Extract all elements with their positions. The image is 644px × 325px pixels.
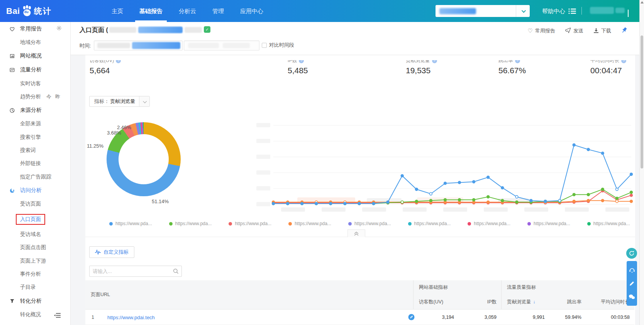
sidebar-item-5[interactable]: 趋势分析今昨 (0, 90, 70, 103)
legend-label: https://www.pda... (175, 221, 212, 226)
time-label: 时间: (80, 42, 91, 49)
legend-dot (468, 222, 471, 226)
sidebar-collapse-icon[interactable] (54, 313, 62, 320)
report-list-icon[interactable] (568, 8, 577, 16)
date-range-input[interactable] (94, 40, 183, 51)
sidebar-item-3[interactable]: 流量分析 (0, 63, 70, 77)
legend-item-1[interactable]: https://www.pda... (169, 221, 212, 226)
search-input[interactable] (90, 268, 170, 274)
sidebar-item-10[interactable]: 外部链接 (0, 157, 70, 170)
sidebar-item-label: 搜索词 (20, 147, 36, 154)
custom-metric-button[interactable]: 自定义指标 (89, 246, 134, 258)
nav-item-4[interactable]: 应用中心 (232, 0, 271, 22)
sidebar-item-label: 趋势分析 (20, 93, 41, 100)
cell-value: 00:03:58 (586, 315, 630, 320)
site-selector-chevron[interactable] (516, 5, 530, 17)
column-header-0[interactable]: 访客数(UV) (413, 295, 459, 310)
date-range-input-2[interactable] (184, 40, 259, 51)
donut-label: 11.25% (87, 143, 103, 149)
column-header-3[interactable]: 跳出率 (549, 295, 586, 310)
sidebar-item-12[interactable]: 访问分析 (0, 184, 70, 197)
paw-icon: du (21, 5, 33, 17)
sidebar-item-7[interactable]: 全部来源 (0, 117, 70, 130)
chart-legend: https://www.pda...https://www.pda...http… (85, 221, 635, 226)
column-header-1[interactable]: IP数 (459, 295, 501, 310)
sidebar-item-11[interactable]: 指定广告跟踪 (0, 170, 70, 184)
sidebar-item-8[interactable]: 搜索引擎 (0, 131, 70, 144)
refresh-float-button[interactable] (626, 248, 637, 259)
sidebar-item-0[interactable]: 常用报告 (0, 22, 70, 36)
metric-selector[interactable]: 指标： 贡献浏览量 (89, 96, 150, 107)
legend-label: https://www.pda... (414, 221, 451, 226)
favorite-report-button[interactable]: ♡ 常用报告 (528, 27, 555, 34)
help-center-link[interactable]: 帮助中心 (542, 0, 565, 22)
sidebar-item-15[interactable]: 受访域名 (0, 228, 70, 241)
nav-item-2[interactable]: 分析云 (171, 0, 204, 22)
legend-item-5[interactable]: https://www.pda... (408, 221, 451, 226)
baidu-tongji-logo[interactable]: Bai du 统计 (6, 0, 52, 22)
collapse-chart-button[interactable] (347, 229, 365, 237)
download-report-button[interactable]: 下载 (593, 27, 611, 34)
sidebar-item-4[interactable]: 实时访客 (0, 77, 70, 90)
sidebar-item-19[interactable]: 子目录 (0, 281, 70, 294)
compare-period-label: 对比时间段 (269, 42, 294, 49)
site-overview-icon (9, 53, 15, 59)
legend-item-6[interactable]: https://www.pda... (468, 221, 510, 226)
heart-icon (9, 26, 15, 32)
pin-report-button[interactable] (621, 27, 628, 35)
scrollbar-up-arrow[interactable] (641, 1, 644, 3)
sidebar-item-16[interactable]: 页面点击图 (0, 241, 70, 254)
line-chart[interactable] (251, 115, 635, 214)
send-report-button[interactable]: 发送 (565, 27, 583, 34)
sidebar-item-label: 地域分布 (20, 39, 41, 46)
legend-item-7[interactable]: https://www.pda... (527, 221, 570, 226)
user-menu-chevron[interactable] (628, 10, 629, 17)
nav-item-3[interactable]: 管理 (204, 0, 232, 22)
sidebar-item-14[interactable]: 入口页面 (0, 210, 70, 227)
legend-dot (169, 222, 173, 226)
waveform-icon (95, 249, 101, 255)
scrollbar-thumb[interactable] (641, 35, 643, 168)
sidebar-item-label-highlighted: 入口页面 (16, 214, 45, 225)
site-selector-redacted-value (439, 8, 476, 14)
legend-item-3[interactable]: https://www.pda... (288, 221, 331, 226)
report-header: 入口页面 ( ✓ ♡ 常用报告 发送 下载 时间: 对比时间段 (71, 22, 639, 55)
sidebar-item-label: 转化分析 (20, 298, 42, 305)
column-header-2[interactable]: 贡献浏览量↓ (501, 295, 549, 310)
metric-selector-chevron[interactable] (139, 96, 149, 106)
sidebar-item-9[interactable]: 搜索词 (0, 144, 70, 157)
report-actions: ♡ 常用报告 发送 下载 (528, 27, 628, 35)
page-scrollbar[interactable] (639, 0, 644, 325)
sidebar-item-6[interactable]: 来源分析 (0, 103, 70, 117)
stat-value: 56.67% (498, 66, 526, 75)
site-name-redacted (109, 27, 136, 33)
legend-item-8[interactable]: https://www.pda... (587, 221, 630, 226)
quick-links-today-yesterday[interactable]: 今昨 (46, 93, 64, 100)
wechat-icon[interactable] (629, 294, 635, 300)
site-selector[interactable] (436, 5, 530, 17)
sidebar-item-label: 受访页面 (20, 200, 41, 207)
legend-item-0[interactable]: https://www.pda... (109, 221, 152, 226)
customer-service-icon[interactable] (629, 267, 635, 273)
sidebar-item-18[interactable]: 事件分析 (0, 268, 70, 281)
feedback-pencil-icon[interactable] (629, 281, 635, 286)
sidebar-item-label: 页面上下游 (20, 258, 46, 264)
nav-item-1[interactable]: 基础报告 (131, 0, 171, 22)
sort-desc-icon[interactable]: ↓ (533, 299, 536, 305)
page-url-link[interactable]: https://www.pdai.tech (107, 315, 155, 320)
sidebar-item-1[interactable]: 地域分布 (0, 36, 70, 49)
nav-item-0[interactable]: 主页 (103, 0, 131, 22)
search-icon[interactable] (170, 268, 181, 274)
metric-selector-value: 贡献浏览量 (110, 98, 139, 105)
chevron-down-icon (628, 10, 629, 17)
legend-item-2[interactable]: https://www.pda... (229, 221, 271, 226)
sidebar-item-2[interactable]: 网站概况 (0, 49, 70, 63)
sidebar-item-20[interactable]: 转化分析 (0, 294, 70, 308)
sidebar-item-17[interactable]: 页面上下游 (0, 254, 70, 268)
legend-dot (408, 222, 412, 226)
site-name-redacted (185, 27, 202, 33)
legend-item-4[interactable]: https://www.pda... (348, 221, 391, 226)
compare-period-checkbox[interactable] (262, 43, 267, 48)
sidebar-item-13[interactable]: 受访页面 (0, 197, 70, 210)
gear-icon[interactable] (56, 25, 62, 32)
